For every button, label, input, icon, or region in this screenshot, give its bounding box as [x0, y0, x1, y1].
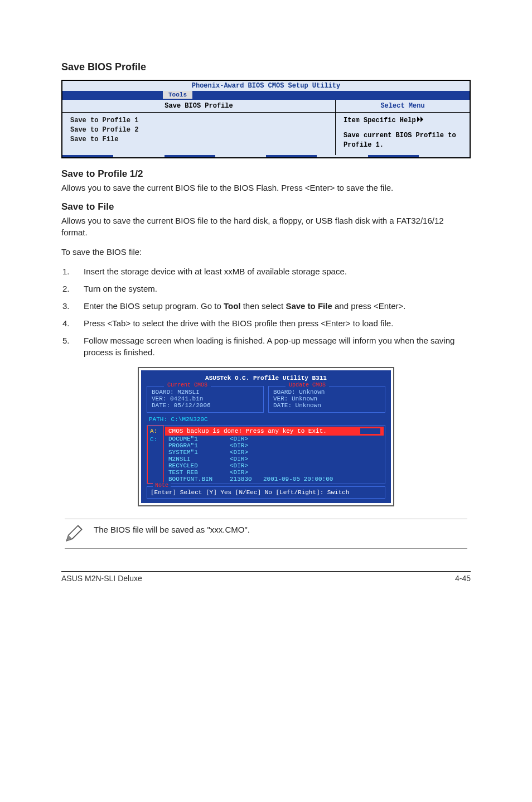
bios-left-body: Save to Profile 1 Save to Profile 2 Save… — [62, 113, 336, 155]
file-list: DOCUME"1<DIR> PROGRA"1<DIR> SYSTEM"1<DIR… — [165, 436, 384, 482]
bios-right-body: Item Specific Help Save current BIOS Pro… — [336, 113, 470, 155]
drive-a: A: — [150, 427, 161, 435]
note-legend: Note — [153, 482, 171, 489]
bios-item: Save to File — [70, 135, 327, 144]
note-box: Note [Enter] Select [Y] Yes [N/Eec] No [… — [147, 486, 385, 499]
cmos-line: VER: 04241.bin — [152, 395, 259, 402]
bios-item: Save to Profile 2 — [70, 125, 327, 135]
cmos-line: DATE: Unknown — [273, 402, 380, 409]
fieldset-legend: Current CMOS — [164, 382, 211, 388]
list-item: 4.Press <Tab> to select the drive with t… — [62, 317, 471, 329]
body-text: Allows you to save the current BIOS file… — [61, 215, 471, 238]
body-text: To save the BIOS file: — [61, 246, 471, 258]
cmos-line: DATE: 05/12/2006 — [152, 402, 259, 409]
note-text: [Enter] Select [Y] Yes [N/Eec] No [Left/… — [151, 489, 349, 496]
help-body: Save current BIOS Profile to Profile 1. — [344, 131, 462, 150]
bios-tab-tools: Tools — [163, 91, 192, 99]
double-arrow-icon — [417, 116, 425, 125]
file-row: DOCUME"1<DIR> — [165, 436, 384, 442]
bios-right-header: Select Menu — [336, 100, 470, 113]
message-bar: CMOS backup is done! Press any key to Ex… — [165, 427, 384, 436]
section-heading: Save BIOS Profile — [61, 61, 471, 73]
update-cmos-box: Update CMOS BOARD: Unknown VER: Unknown … — [268, 386, 385, 413]
file-row: PROGRA"1<DIR> — [165, 442, 384, 449]
pencil-note-text: The BIOS file will be saved as "xxx.CMO"… — [94, 524, 250, 534]
list-item: 3.Enter the BIOS setup program. Go to To… — [62, 300, 471, 312]
file-row: RECYCLED<DIR> — [165, 462, 384, 469]
oc-profile-utility-screenshot: ASUSTek O.C. Profile Utility B311 Curren… — [138, 367, 394, 506]
svg-line-0 — [78, 526, 82, 530]
list-item: 1.Insert the storage device with at leas… — [62, 265, 471, 277]
drive-c: C: — [150, 436, 161, 443]
bios-title: Phoenix-Award BIOS CMOS Setup Utility — [62, 81, 470, 90]
bios-bottom-edge — [62, 155, 470, 157]
cmos-line: BOARD: M2NSLI — [152, 389, 259, 395]
util-path: PATH: C:\M2N320C — [144, 415, 388, 424]
fieldset-legend: Update CMOS — [286, 382, 329, 388]
current-cmos-box: Current CMOS BOARD: M2NSLI VER: 04241.bi… — [147, 386, 264, 413]
sub-heading: Save to File — [61, 201, 471, 212]
pencil-icon — [65, 524, 84, 543]
pencil-note: The BIOS file will be saved as "xxx.CMO"… — [65, 519, 467, 549]
file-row: SYSTEM"1<DIR> — [165, 449, 384, 456]
footer-left: ASUS M2N-SLI Deluxe — [61, 574, 142, 583]
message-text: CMOS backup is done! Press any key to Ex… — [168, 428, 360, 434]
help-label: Item Specific Help — [344, 116, 416, 125]
file-row: M2NSLI<DIR> — [165, 456, 384, 462]
drive-list: A: C: — [147, 426, 164, 484]
bios-tabbar: Tools — [62, 91, 470, 100]
list-item: 5.Follow message screen when loading is … — [62, 335, 471, 358]
file-area: A: C: CMOS backup is done! Press any key… — [147, 425, 385, 484]
body-text: Allows you to save the current BIOS file… — [61, 182, 471, 194]
sub-heading: Save to Profile 1/2 — [61, 168, 471, 180]
steps-list: 1.Insert the storage device with at leas… — [62, 265, 471, 358]
page-footer: ASUS M2N-SLI Deluxe 4-45 — [61, 571, 471, 583]
bios-setup-screenshot: Phoenix-Award BIOS CMOS Setup Utility To… — [61, 80, 471, 158]
file-row: BOOTFONT.BIN2138302001-09-05 20:00:00 — [165, 476, 384, 482]
bios-item: Save to Profile 1 — [70, 116, 327, 125]
cmos-line: BOARD: Unknown — [273, 389, 380, 395]
list-item: 2.Turn on the system. — [62, 283, 471, 294]
bios-left-header: Save BIOS Profile — [62, 100, 336, 113]
footer-right: 4-45 — [455, 574, 471, 583]
cmos-line: VER: Unknown — [273, 395, 380, 402]
message-bar-end — [360, 428, 380, 434]
file-row: TEST REB<DIR> — [165, 469, 384, 476]
